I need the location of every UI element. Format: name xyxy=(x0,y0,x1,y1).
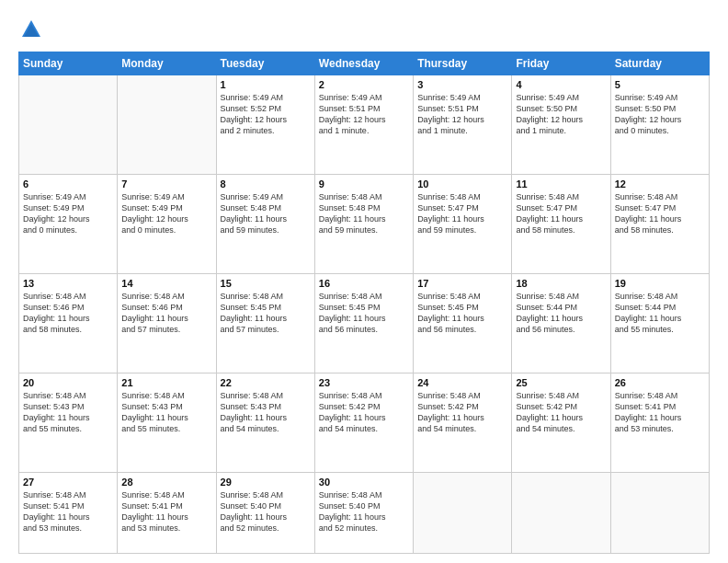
day-number: 7 xyxy=(121,178,211,190)
calendar-cell: 26Sunrise: 5:48 AM Sunset: 5:41 PM Dayli… xyxy=(610,373,709,472)
day-info: Sunrise: 5:48 AM Sunset: 5:45 PM Dayligh… xyxy=(221,291,311,336)
day-info: Sunrise: 5:49 AM Sunset: 5:51 PM Dayligh… xyxy=(319,92,409,137)
day-number: 14 xyxy=(121,278,211,289)
calendar-cell: 21Sunrise: 5:48 AM Sunset: 5:43 PM Dayli… xyxy=(118,373,216,472)
day-info: Sunrise: 5:49 AM Sunset: 5:49 PM Dayligh… xyxy=(121,191,211,236)
day-number: 19 xyxy=(615,278,705,289)
day-info: Sunrise: 5:48 AM Sunset: 5:44 PM Dayligh… xyxy=(516,291,606,336)
calendar-cell: 18Sunrise: 5:48 AM Sunset: 5:44 PM Dayli… xyxy=(512,273,610,373)
day-number: 11 xyxy=(516,178,606,190)
calendar-cell: 17Sunrise: 5:48 AM Sunset: 5:45 PM Dayli… xyxy=(414,273,512,373)
day-info: Sunrise: 5:49 AM Sunset: 5:48 PM Dayligh… xyxy=(221,191,311,236)
calendar-cell xyxy=(610,472,709,553)
day-info: Sunrise: 5:49 AM Sunset: 5:50 PM Dayligh… xyxy=(516,92,606,137)
calendar-cell: 2Sunrise: 5:49 AM Sunset: 5:51 PM Daylig… xyxy=(314,75,413,175)
calendar-cell xyxy=(19,75,118,175)
calendar-cell xyxy=(118,75,216,175)
calendar-cell: 8Sunrise: 5:49 AM Sunset: 5:48 PM Daylig… xyxy=(216,174,314,273)
day-info: Sunrise: 5:48 AM Sunset: 5:48 PM Dayligh… xyxy=(319,191,409,236)
day-number: 12 xyxy=(615,178,705,190)
day-info: Sunrise: 5:48 AM Sunset: 5:42 PM Dayligh… xyxy=(319,390,409,435)
day-info: Sunrise: 5:48 AM Sunset: 5:47 PM Dayligh… xyxy=(516,191,606,236)
day-number: 23 xyxy=(319,377,409,388)
calendar-cell: 22Sunrise: 5:48 AM Sunset: 5:43 PM Dayli… xyxy=(216,373,314,472)
day-number: 24 xyxy=(417,377,507,388)
day-info: Sunrise: 5:48 AM Sunset: 5:41 PM Dayligh… xyxy=(615,390,705,435)
calendar-cell xyxy=(414,472,512,553)
day-number: 1 xyxy=(221,79,311,90)
day-info: Sunrise: 5:49 AM Sunset: 5:52 PM Dayligh… xyxy=(221,92,311,137)
day-number: 3 xyxy=(417,79,507,90)
calendar-cell: 11Sunrise: 5:48 AM Sunset: 5:47 PM Dayli… xyxy=(512,174,610,273)
day-number: 16 xyxy=(319,278,409,289)
day-info: Sunrise: 5:48 AM Sunset: 5:45 PM Dayligh… xyxy=(417,291,507,336)
day-info: Sunrise: 5:49 AM Sunset: 5:51 PM Dayligh… xyxy=(417,92,507,137)
day-info: Sunrise: 5:48 AM Sunset: 5:45 PM Dayligh… xyxy=(319,291,409,336)
calendar-cell: 20Sunrise: 5:48 AM Sunset: 5:43 PM Dayli… xyxy=(19,373,118,472)
calendar-cell: 10Sunrise: 5:48 AM Sunset: 5:47 PM Dayli… xyxy=(414,174,512,273)
calendar-cell: 6Sunrise: 5:49 AM Sunset: 5:49 PM Daylig… xyxy=(19,174,118,273)
day-number: 5 xyxy=(615,79,705,90)
weekday-header-tuesday: Tuesday xyxy=(216,52,314,75)
calendar-cell: 23Sunrise: 5:48 AM Sunset: 5:42 PM Dayli… xyxy=(314,373,413,472)
calendar-cell xyxy=(512,472,610,553)
day-info: Sunrise: 5:48 AM Sunset: 5:46 PM Dayligh… xyxy=(23,291,113,336)
day-info: Sunrise: 5:48 AM Sunset: 5:43 PM Dayligh… xyxy=(221,390,311,435)
calendar-cell: 29Sunrise: 5:48 AM Sunset: 5:40 PM Dayli… xyxy=(216,472,314,553)
calendar-cell: 7Sunrise: 5:49 AM Sunset: 5:49 PM Daylig… xyxy=(118,174,216,273)
day-info: Sunrise: 5:48 AM Sunset: 5:44 PM Dayligh… xyxy=(615,291,705,336)
day-info: Sunrise: 5:48 AM Sunset: 5:42 PM Dayligh… xyxy=(516,390,606,435)
day-number: 20 xyxy=(23,377,113,388)
logo-icon xyxy=(18,17,44,42)
calendar-cell: 30Sunrise: 5:48 AM Sunset: 5:40 PM Dayli… xyxy=(314,472,413,553)
day-number: 25 xyxy=(516,377,606,388)
page: SundayMondayTuesdayWednesdayThursdayFrid… xyxy=(0,0,728,563)
calendar-cell: 25Sunrise: 5:48 AM Sunset: 5:42 PM Dayli… xyxy=(512,373,610,472)
day-number: 18 xyxy=(516,278,606,289)
day-info: Sunrise: 5:48 AM Sunset: 5:41 PM Dayligh… xyxy=(23,489,113,534)
day-info: Sunrise: 5:49 AM Sunset: 5:49 PM Dayligh… xyxy=(23,191,113,236)
calendar-cell: 3Sunrise: 5:49 AM Sunset: 5:51 PM Daylig… xyxy=(414,75,512,175)
day-number: 29 xyxy=(221,477,311,488)
calendar-cell: 1Sunrise: 5:49 AM Sunset: 5:52 PM Daylig… xyxy=(216,75,314,175)
calendar-week-1: 1Sunrise: 5:49 AM Sunset: 5:52 PM Daylig… xyxy=(19,75,710,175)
day-info: Sunrise: 5:48 AM Sunset: 5:47 PM Dayligh… xyxy=(417,191,507,236)
calendar-cell: 27Sunrise: 5:48 AM Sunset: 5:41 PM Dayli… xyxy=(19,472,118,553)
day-number: 4 xyxy=(516,79,606,90)
weekday-header-wednesday: Wednesday xyxy=(314,52,413,75)
day-info: Sunrise: 5:48 AM Sunset: 5:42 PM Dayligh… xyxy=(417,390,507,435)
calendar-cell: 24Sunrise: 5:48 AM Sunset: 5:42 PM Dayli… xyxy=(414,373,512,472)
calendar-cell: 28Sunrise: 5:48 AM Sunset: 5:41 PM Dayli… xyxy=(118,472,216,553)
day-number: 17 xyxy=(417,278,507,289)
calendar-week-5: 27Sunrise: 5:48 AM Sunset: 5:41 PM Dayli… xyxy=(19,472,710,553)
calendar-cell: 16Sunrise: 5:48 AM Sunset: 5:45 PM Dayli… xyxy=(314,273,413,373)
day-number: 2 xyxy=(319,79,409,90)
day-number: 26 xyxy=(615,377,705,388)
day-info: Sunrise: 5:48 AM Sunset: 5:40 PM Dayligh… xyxy=(221,489,311,534)
day-info: Sunrise: 5:48 AM Sunset: 5:46 PM Dayligh… xyxy=(121,291,211,336)
calendar-cell: 4Sunrise: 5:49 AM Sunset: 5:50 PM Daylig… xyxy=(512,75,610,175)
weekday-header-saturday: Saturday xyxy=(610,52,709,75)
weekday-header-sunday: Sunday xyxy=(19,52,118,75)
weekday-header-monday: Monday xyxy=(118,52,216,75)
calendar-cell: 15Sunrise: 5:48 AM Sunset: 5:45 PM Dayli… xyxy=(216,273,314,373)
header xyxy=(18,17,710,42)
day-number: 27 xyxy=(23,477,113,488)
weekday-header-friday: Friday xyxy=(512,52,610,75)
weekday-header-thursday: Thursday xyxy=(414,52,512,75)
calendar-cell: 14Sunrise: 5:48 AM Sunset: 5:46 PM Dayli… xyxy=(118,273,216,373)
calendar-cell: 5Sunrise: 5:49 AM Sunset: 5:50 PM Daylig… xyxy=(610,75,709,175)
day-number: 9 xyxy=(319,178,409,190)
day-info: Sunrise: 5:48 AM Sunset: 5:41 PM Dayligh… xyxy=(121,489,211,534)
calendar-cell: 12Sunrise: 5:48 AM Sunset: 5:47 PM Dayli… xyxy=(610,174,709,273)
day-info: Sunrise: 5:48 AM Sunset: 5:47 PM Dayligh… xyxy=(615,191,705,236)
day-number: 22 xyxy=(221,377,311,388)
day-number: 30 xyxy=(319,477,409,488)
calendar-week-4: 20Sunrise: 5:48 AM Sunset: 5:43 PM Dayli… xyxy=(19,373,710,472)
day-number: 6 xyxy=(23,178,113,190)
calendar-header-row: SundayMondayTuesdayWednesdayThursdayFrid… xyxy=(19,52,710,75)
calendar-week-3: 13Sunrise: 5:48 AM Sunset: 5:46 PM Dayli… xyxy=(19,273,710,373)
day-number: 21 xyxy=(121,377,211,388)
day-info: Sunrise: 5:49 AM Sunset: 5:50 PM Dayligh… xyxy=(615,92,705,137)
day-number: 13 xyxy=(23,278,113,289)
